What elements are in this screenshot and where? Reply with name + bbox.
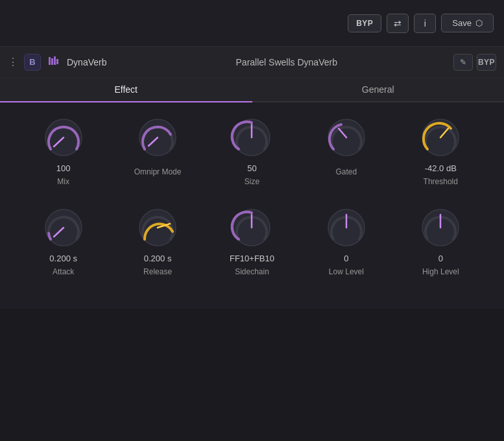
knob-threshold: -42.0 dB Threshold	[397, 115, 485, 186]
plugin-name: DynaVerb	[67, 57, 106, 67]
plugin-icon	[47, 54, 60, 69]
knob-mix-value: 100	[56, 163, 71, 173]
knob-size-value: 50	[247, 163, 256, 173]
swap-icon: ⇄	[394, 18, 402, 29]
knob-row-1: 100 Mix Omnipr Mode	[19, 115, 485, 186]
tabs-bar: Effect General	[0, 78, 504, 102]
svg-rect-3	[56, 59, 58, 64]
info-icon: i	[424, 18, 426, 29]
knob-size: 50 Size	[208, 115, 296, 186]
knob-release-control[interactable]	[136, 206, 180, 250]
knob-attack-control[interactable]	[42, 206, 86, 250]
top-toolbar: BYP ⇄ i Save ⬡	[0, 0, 504, 47]
svg-rect-0	[49, 57, 51, 65]
knob-row-2: 0.200 s Attack 0.200 s Release	[19, 206, 485, 276]
knob-high-level-control[interactable]	[418, 206, 462, 250]
tab-effect[interactable]: Effect	[0, 78, 252, 101]
knob-omnipr: Omnipr Mode	[114, 115, 201, 186]
export-icon: ⬡	[475, 18, 483, 28]
knob-sidechain: FF10+FB10 Sidechain	[208, 206, 296, 276]
knob-low-level-label: Low Level	[329, 267, 364, 276]
knob-threshold-label: Threshold	[424, 177, 458, 186]
knob-gated: Gated	[302, 115, 390, 186]
knob-attack: 0.200 s Attack	[19, 206, 107, 276]
knob-low-level: 0 Low Level	[302, 206, 390, 276]
preset-name: Parallel Swells DynaVerb	[126, 57, 447, 67]
knob-release-value: 0.200 s	[144, 254, 172, 263]
knob-mix-control[interactable]	[42, 115, 86, 160]
knob-sidechain-value: FF10+FB10	[230, 254, 274, 263]
knob-release-label: Release	[143, 267, 172, 276]
info-button[interactable]: i	[414, 14, 436, 33]
knob-size-control[interactable]	[230, 115, 274, 160]
svg-rect-2	[54, 56, 56, 65]
knob-threshold-control[interactable]	[418, 115, 462, 160]
knob-threshold-value: -42.0 dB	[425, 163, 457, 173]
tab-general[interactable]: General	[252, 78, 505, 101]
save-button[interactable]: Save ⬡	[441, 14, 494, 32]
plugin-badge: B	[24, 54, 41, 71]
knob-sidechain-label: Sidechain	[235, 267, 269, 276]
knob-size-label: Size	[245, 177, 259, 186]
knob-high-level-value: 0	[438, 254, 443, 263]
save-label: Save	[452, 18, 472, 28]
knob-omnipr-label: Omnipr Mode	[134, 167, 182, 176]
knob-gated-label: Gated	[336, 167, 357, 176]
edit-preset-button[interactable]: ✎	[453, 54, 473, 71]
knob-attack-value: 0.200 s	[49, 254, 77, 263]
knob-high-level: 0 High Level	[397, 206, 485, 276]
knob-sidechain-control[interactable]	[230, 206, 274, 250]
knob-low-level-value: 0	[344, 254, 348, 263]
knob-gated-control[interactable]	[324, 115, 368, 160]
knob-omnipr-control[interactable]	[136, 115, 180, 160]
menu-dots[interactable]: ⋮	[8, 56, 18, 68]
knob-mix-label: Mix	[57, 177, 69, 186]
main-content: 100 Mix Omnipr Mode	[0, 102, 504, 309]
knob-high-level-label: High Level	[422, 267, 459, 276]
plugin-byp-button[interactable]: BYP	[477, 54, 496, 71]
byp-button[interactable]: BYP	[348, 14, 381, 32]
swap-button[interactable]: ⇄	[387, 14, 409, 33]
svg-rect-1	[51, 58, 53, 65]
knob-attack-label: Attack	[53, 267, 74, 276]
plugin-header: ⋮ B DynaVerb Parallel Swells DynaVerb ✎ …	[0, 47, 504, 78]
knob-low-level-control[interactable]	[324, 206, 368, 250]
knob-mix: 100 Mix	[19, 115, 107, 186]
knob-release: 0.200 s Release	[114, 206, 201, 276]
